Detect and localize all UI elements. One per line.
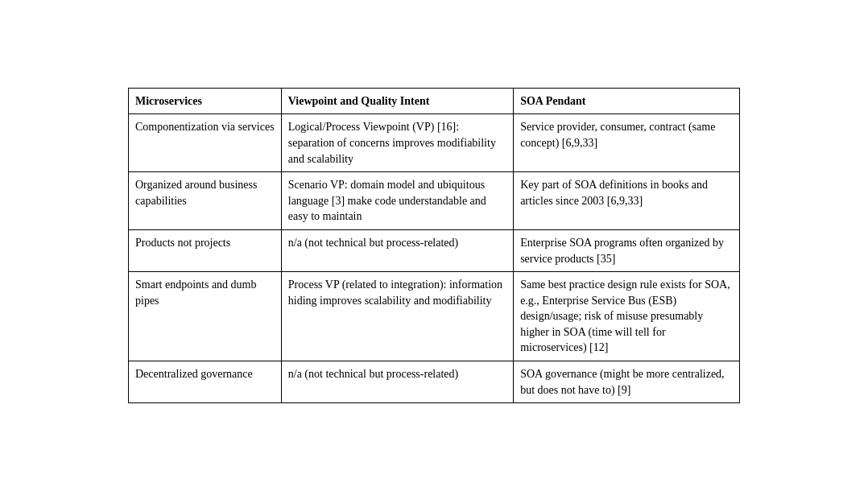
cell-row1-col1: Organized around business capabilities — [129, 172, 282, 230]
cell-row2-col1: Products not projects — [129, 229, 282, 271]
cell-row0-col3: Service provider, consumer, contract (sa… — [514, 114, 740, 172]
table-header-row: Microservices Viewpoint and Quality Inte… — [129, 88, 740, 114]
cell-row3-col1: Smart endpoints and dumb pipes — [129, 272, 282, 361]
cell-row2-col3: Enterprise SOA programs often organized … — [514, 229, 740, 271]
header-microservices: Microservices — [129, 88, 282, 114]
cell-row4-col2: n/a (not technical but process-related) — [281, 361, 513, 403]
cell-row4-col1: Decentralized governance — [129, 361, 282, 403]
cell-row3-col3: Same best practice design rule exists fo… — [514, 272, 740, 361]
table-row: Smart endpoints and dumb pipesProcess VP… — [129, 272, 740, 361]
header-soa: SOA Pendant — [514, 88, 740, 114]
cell-row2-col2: n/a (not technical but process-related) — [281, 229, 513, 271]
cell-row0-col1: Componentization via services — [129, 114, 282, 172]
header-viewpoint: Viewpoint and Quality Intent — [281, 88, 513, 114]
comparison-table: Microservices Viewpoint and Quality Inte… — [128, 88, 740, 404]
table-row: Decentralized governancen/a (not technic… — [129, 361, 740, 403]
table-row: Products not projectsn/a (not technical … — [129, 229, 740, 271]
cell-row0-col2: Logical/Process Viewpoint (VP) [16]: sep… — [281, 114, 513, 172]
cell-row1-col3: Key part of SOA definitions in books and… — [514, 172, 740, 230]
table-row: Organized around business capabilitiesSc… — [129, 172, 740, 230]
cell-row1-col2: Scenario VP: domain model and ubiquitous… — [281, 172, 513, 230]
cell-row3-col2: Process VP (related to integration): inf… — [281, 272, 513, 361]
comparison-table-wrapper: Microservices Viewpoint and Quality Inte… — [128, 88, 740, 404]
table-row: Componentization via servicesLogical/Pro… — [129, 114, 740, 172]
cell-row4-col3: SOA governance (might be more centralize… — [514, 361, 740, 403]
